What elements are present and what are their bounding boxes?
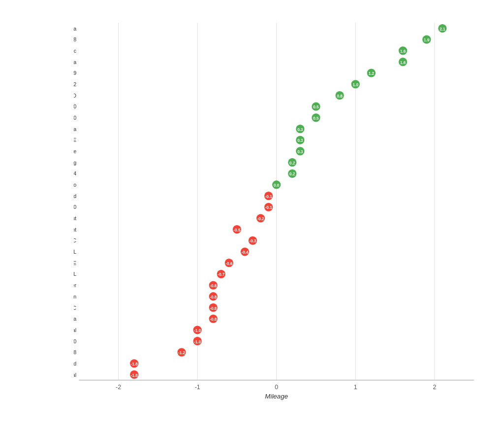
svg-text:-0.2: -0.2 [257,217,265,221]
svg-text:Duster 360: Duster 360 [74,338,76,344]
svg-text:1.9: 1.9 [424,38,430,42]
svg-text:0.3: 0.3 [297,128,303,132]
svg-text:Maserati Bora: Maserati Bora [74,316,76,322]
svg-text:AMC Javelin: AMC Javelin [74,294,76,300]
svg-text:-1.0: -1.0 [194,340,201,344]
chart-container: -2-1012MileageToyota CorollaFiat 128Hond… [0,0,504,433]
svg-text:0.8: 0.8 [337,94,343,99]
svg-text:Hornet 4 Drive: Hornet 4 Drive [74,148,76,154]
chart-area: -2-1012MileageToyota CorollaFiat 128Hond… [74,17,489,403]
svg-text:-0.8: -0.8 [210,295,217,300]
svg-text:-0.3: -0.3 [249,239,256,243]
svg-text:Merc 280: Merc 280 [74,204,76,210]
svg-text:1.6: 1.6 [400,61,406,65]
svg-text:-2: -2 [116,384,121,391]
svg-text:-1.8: -1.8 [131,373,138,378]
svg-text:Mazda RX4: Mazda RX4 [74,170,76,176]
svg-text:Honda Civic: Honda Civic [74,48,77,54]
svg-text:Datsun 710: Datsun 710 [74,103,76,109]
svg-text:2: 2 [433,384,436,391]
svg-text:Volvo 142E: Volvo 142E [74,137,76,143]
svg-text:-0.4: -0.4 [241,250,249,255]
svg-text:Hornet Sportabout: Hornet Sportabout [74,215,76,221]
svg-text:-0.6: -0.6 [225,262,233,266]
svg-text:-0.1: -0.1 [265,195,273,199]
svg-text:1: 1 [354,384,357,391]
svg-text:Merc 450SE: Merc 450SE [74,260,76,266]
svg-text:-1: -1 [195,384,200,391]
svg-text:Merc 240D: Merc 240D [74,93,76,99]
svg-text:Toyota Corona: Toyota Corona [74,126,76,132]
svg-text:Mazda RX4 Wag: Mazda RX4 Wag [74,160,76,166]
svg-text:Chrysler Imperial: Chrysler Imperial [74,327,76,333]
svg-text:1.0: 1.0 [353,83,359,87]
svg-text:0.3: 0.3 [297,138,303,143]
svg-text:Merc 450SL: Merc 450SL [74,249,76,255]
svg-text:2.1: 2.1 [440,27,445,32]
svg-text:Valiant: Valiant [74,227,76,233]
svg-text:-0.5: -0.5 [233,228,241,233]
svg-text:-0.8: -0.8 [210,284,217,288]
svg-text:Cadillac Fleetwood: Cadillac Fleetwood [74,361,76,366]
svg-text:Camaro Z28: Camaro Z28 [74,349,76,355]
svg-text:Fiat X1-9: Fiat X1-9 [74,70,76,76]
svg-text:Lotus Europa: Lotus Europa [74,59,76,65]
svg-text:1.6: 1.6 [400,49,406,54]
svg-text:0.3: 0.3 [297,150,303,154]
svg-text:Ford Pantera L: Ford Pantera L [74,271,76,277]
svg-text:Dodge Challenger: Dodge Challenger [74,282,77,288]
svg-text:Fiat 128: Fiat 128 [74,36,76,42]
svg-text:0.5: 0.5 [313,116,319,121]
svg-text:Merc 230: Merc 230 [74,115,76,121]
svg-text:0.2: 0.2 [289,161,295,166]
svg-text:0: 0 [275,384,278,391]
svg-text:-0.1: -0.1 [265,205,273,210]
svg-text:-1.8: -1.8 [131,362,138,366]
svg-text:Porsche 914-2: Porsche 914-2 [74,81,76,87]
svg-text:0.2: 0.2 [289,172,295,176]
svg-text:-1.2: -1.2 [178,351,186,355]
svg-text:Lincoln Continental: Lincoln Continental [74,372,76,378]
svg-text:-1.0: -1.0 [194,329,201,333]
svg-text:Mileage: Mileage [265,393,288,400]
main-chart: -2-1012MileageToyota CorollaFiat 128Hond… [74,17,489,403]
svg-text:Pontiac Firebird: Pontiac Firebird [74,193,76,199]
svg-text:Merc 450SLC: Merc 450SLC [74,305,76,311]
svg-text:Ferrari Dino: Ferrari Dino [74,182,76,188]
svg-text:-0.8: -0.8 [210,306,217,311]
svg-text:-0.8: -0.8 [210,317,217,322]
svg-text:0.5: 0.5 [313,105,319,109]
svg-text:1.2: 1.2 [369,71,375,76]
svg-text:-0.7: -0.7 [218,272,225,277]
svg-text:Toyota Corolla: Toyota Corolla [74,26,76,32]
svg-text:0.0: 0.0 [274,183,280,188]
svg-text:Merc 280C: Merc 280C [74,237,76,243]
